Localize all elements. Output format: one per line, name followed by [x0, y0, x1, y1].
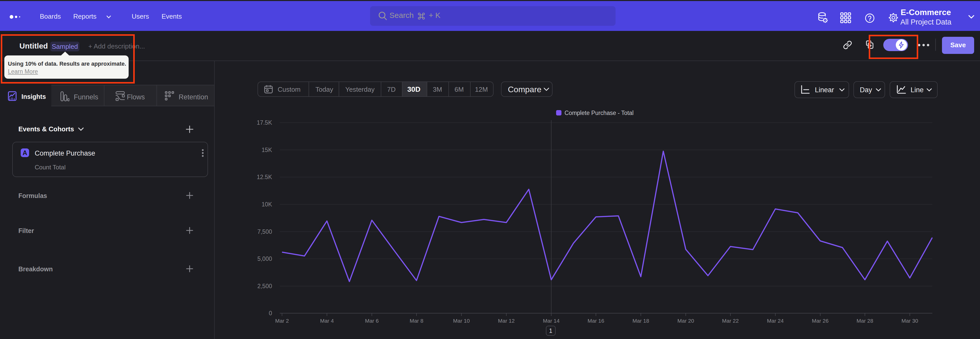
- svg-text:Mar 30: Mar 30: [901, 318, 918, 324]
- svg-text:Mar 8: Mar 8: [410, 318, 423, 324]
- svg-text:Mar 16: Mar 16: [587, 318, 604, 324]
- svg-text:0: 0: [269, 310, 272, 317]
- svg-text:Mar 22: Mar 22: [722, 318, 738, 324]
- svg-text:Mar 24: Mar 24: [767, 318, 784, 324]
- svg-text:Mar 4: Mar 4: [320, 318, 334, 324]
- svg-text:7,500: 7,500: [257, 229, 272, 235]
- svg-text:15K: 15K: [262, 147, 272, 153]
- svg-text:Mar 20: Mar 20: [677, 318, 694, 324]
- svg-text:Mar 18: Mar 18: [632, 318, 649, 324]
- svg-text:Mar 28: Mar 28: [856, 318, 873, 324]
- svg-text:17.5K: 17.5K: [257, 119, 272, 126]
- svg-text:2,500: 2,500: [257, 283, 272, 289]
- svg-text:5,000: 5,000: [257, 256, 272, 262]
- svg-text:Mar 10: Mar 10: [453, 318, 469, 324]
- svg-text:Mar 6: Mar 6: [365, 318, 379, 324]
- svg-text:Mar 12: Mar 12: [498, 318, 514, 324]
- svg-text:Mar 2: Mar 2: [275, 318, 289, 324]
- svg-text:Complete Purchase - Total: Complete Purchase - Total: [565, 110, 634, 116]
- svg-text:10K: 10K: [262, 201, 272, 208]
- svg-text:Mar 14: Mar 14: [543, 318, 560, 324]
- svg-text:12.5K: 12.5K: [257, 174, 272, 181]
- svg-text:Mar 26: Mar 26: [812, 318, 829, 324]
- svg-text:1: 1: [549, 328, 552, 334]
